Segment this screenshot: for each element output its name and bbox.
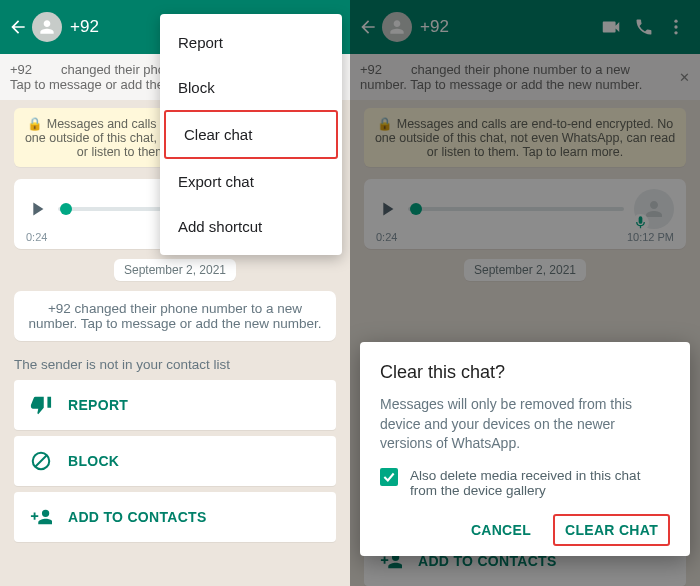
svg-line-1 bbox=[36, 456, 47, 467]
avatar[interactable] bbox=[32, 12, 62, 42]
voice-progress-dot bbox=[60, 203, 72, 215]
sender-not-in-contacts: The sender is not in your contact list bbox=[14, 357, 336, 372]
add-contacts-label: ADD TO CONTACTS bbox=[68, 509, 207, 525]
report-action[interactable]: REPORT bbox=[14, 380, 336, 430]
clear-chat-button[interactable]: CLEAR CHAT bbox=[553, 514, 670, 546]
menu-block[interactable]: Block bbox=[160, 65, 342, 110]
screenshot-right: +92 +92 changed their phone number to a … bbox=[350, 0, 700, 586]
block-icon bbox=[30, 450, 52, 472]
block-action[interactable]: BLOCK bbox=[14, 436, 336, 486]
lock-icon: 🔒 bbox=[27, 117, 43, 131]
clear-chat-dialog: Clear this chat? Messages will only be r… bbox=[360, 342, 690, 556]
add-contact-icon bbox=[30, 506, 52, 528]
screenshot-left: +92 +92 changed their phone number to a … bbox=[0, 0, 350, 586]
overflow-menu: Report Block Clear chat Export chat Add … bbox=[160, 14, 342, 255]
menu-export-chat[interactable]: Export chat bbox=[160, 159, 342, 204]
dialog-body: Messages will only be removed from this … bbox=[380, 395, 670, 454]
report-label: REPORT bbox=[68, 397, 128, 413]
thumbs-down-icon bbox=[30, 394, 52, 416]
checkbox-checked-icon[interactable] bbox=[380, 468, 398, 486]
add-contacts-action[interactable]: ADD TO CONTACTS bbox=[14, 492, 336, 542]
system-message[interactable]: +92 changed their phone number to a new … bbox=[14, 291, 336, 341]
menu-clear-chat[interactable]: Clear chat bbox=[164, 110, 338, 159]
cancel-button[interactable]: CANCEL bbox=[467, 516, 535, 544]
play-icon[interactable] bbox=[26, 198, 48, 220]
block-label: BLOCK bbox=[68, 453, 119, 469]
delete-media-checkbox-row[interactable]: Also delete media received in this chat … bbox=[380, 468, 670, 498]
dialog-title: Clear this chat? bbox=[380, 362, 670, 383]
voice-duration: 0:24 bbox=[26, 231, 47, 243]
date-chip: September 2, 2021 bbox=[114, 259, 236, 281]
menu-add-shortcut[interactable]: Add shortcut bbox=[160, 204, 342, 249]
menu-report[interactable]: Report bbox=[160, 20, 342, 65]
back-icon[interactable] bbox=[8, 17, 28, 37]
checkbox-label: Also delete media received in this chat … bbox=[410, 468, 670, 498]
